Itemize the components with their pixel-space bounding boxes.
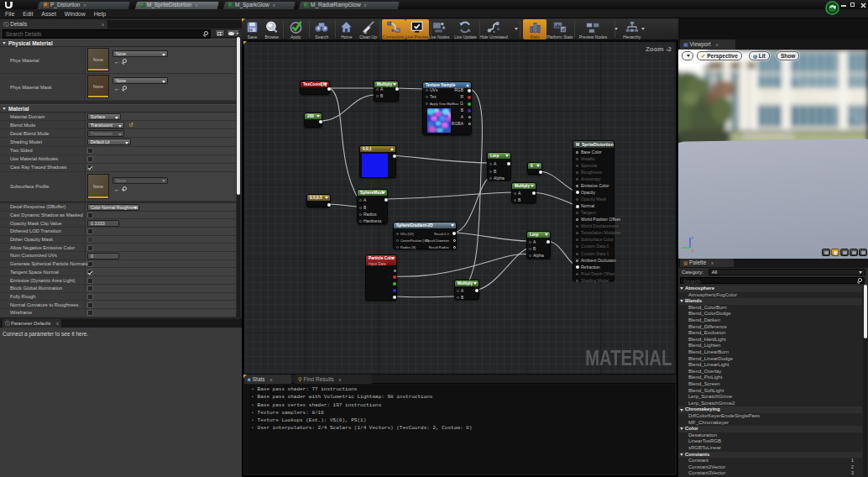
- svg-text:z: z: [692, 235, 694, 240]
- svg-text:x: x: [692, 248, 694, 253]
